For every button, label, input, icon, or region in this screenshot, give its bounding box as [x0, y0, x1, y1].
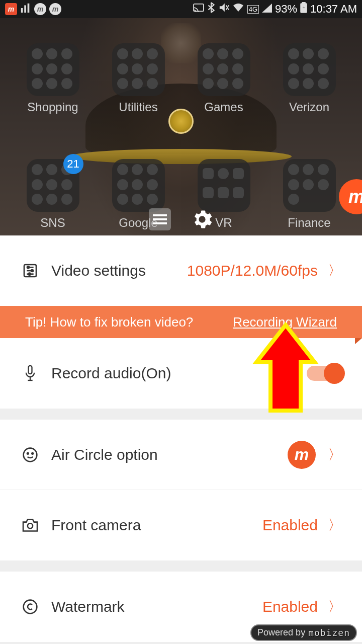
folder-sns[interactable]: 21 SNS [20, 159, 85, 230]
video-settings-row[interactable]: Video settings 1080P/12.0M/60fps 〉 [0, 235, 362, 306]
svg-point-24 [28, 523, 33, 528]
tip-banner[interactable]: Tip! How to fix broken video? Recording … [0, 306, 362, 338]
powered-by-badge: Powered by mobizen [250, 624, 357, 641]
tip-text: Tip! How to fix broken video? [25, 314, 193, 330]
sliders-icon [20, 261, 40, 281]
chevron-right-icon: 〉 [328, 261, 342, 280]
mobizen-notif-icon: m [5, 3, 17, 15]
folder-label: Shopping [20, 100, 85, 114]
banner-corner-decoration [355, 338, 362, 344]
folder-label: SNS [20, 216, 85, 230]
folder-icon [283, 159, 336, 212]
network-type-icon: 4G [247, 5, 259, 14]
svg-point-25 [24, 600, 37, 614]
svg-rect-0 [21, 8, 23, 13]
folder-finance[interactable]: Finance [277, 159, 342, 230]
copyright-icon [20, 597, 40, 617]
folder-utilities[interactable]: Utilities [106, 43, 171, 114]
toggle-knob [324, 363, 345, 384]
chevron-right-icon: 〉 [328, 445, 342, 464]
gear-icon[interactable] [191, 208, 213, 230]
record-audio-label: Record audio(On) [51, 365, 307, 382]
folder-label: Utilities [106, 100, 171, 114]
wifi-icon [232, 3, 244, 16]
folder-icon [198, 159, 250, 212]
folder-icon [283, 43, 336, 96]
svg-rect-7 [302, 2, 305, 4]
svg-point-15 [31, 270, 33, 272]
air-circle-row[interactable]: Air Circle option m 〉 [0, 420, 362, 490]
chevron-right-icon: 〉 [328, 516, 342, 535]
svg-rect-1 [24, 5, 26, 13]
air-circle-label: Air Circle option [51, 446, 288, 463]
svg-point-21 [24, 448, 37, 461]
folder-icon: 21 [27, 159, 79, 212]
app-notif-icon-1: m [34, 3, 46, 15]
cast-icon [193, 3, 204, 16]
status-left: m m m [5, 3, 61, 16]
battery-percent: 93% [275, 3, 297, 16]
svg-rect-2 [28, 3, 30, 12]
stats-icon [20, 3, 31, 16]
folder-icon [112, 159, 165, 212]
battery-icon [300, 2, 307, 16]
microphone-icon [20, 363, 40, 383]
video-settings-label: Video settings [51, 262, 187, 279]
status-right: 4G 93% 10:37 AM [193, 2, 357, 16]
notification-badge: 21 [63, 154, 83, 174]
camera-icon [20, 515, 40, 535]
app-notif-icon-2: m [49, 3, 61, 15]
watermark-value: Enabled [262, 598, 318, 615]
video-settings-value: 1080P/12.0M/60fps [187, 262, 318, 279]
recording-wizard-link[interactable]: Recording Wizard [233, 314, 337, 330]
bluetooth-icon [207, 2, 215, 16]
front-camera-value: Enabled [262, 517, 318, 534]
folder-label: Games [191, 100, 256, 114]
svg-rect-10 [153, 222, 167, 224]
svg-point-13 [27, 266, 29, 268]
folder-verizon[interactable]: Verizon [277, 43, 342, 114]
settings-panel: Video settings 1080P/12.0M/60fps 〉 Tip! … [0, 235, 362, 642]
svg-point-17 [29, 273, 31, 275]
section-gap [0, 560, 362, 572]
folder-label: Finance [277, 216, 342, 230]
status-bar: m m m 4G 93% 10:37 AM [0, 0, 362, 18]
svg-rect-18 [29, 366, 32, 374]
watermark-label: Watermark [51, 598, 262, 615]
smiley-icon [20, 445, 40, 465]
svg-rect-9 [153, 218, 167, 220]
folder-shopping[interactable]: Shopping [20, 43, 85, 114]
menu-icon[interactable] [149, 208, 171, 230]
overlay-controls [149, 208, 213, 230]
folder-icon [27, 43, 79, 96]
svg-point-22 [27, 453, 29, 454]
folder-label: Verizon [277, 100, 342, 114]
folder-icon [112, 43, 165, 96]
record-audio-toggle[interactable] [307, 366, 342, 381]
front-camera-row[interactable]: Front camera Enabled 〉 [0, 490, 362, 560]
folder-icon [198, 43, 250, 96]
mobizen-logo-icon: m [288, 441, 316, 469]
chevron-right-icon: 〉 [328, 597, 342, 616]
powered-text: Powered by [257, 627, 305, 638]
mute-icon [218, 3, 229, 16]
front-camera-label: Front camera [51, 517, 262, 534]
svg-rect-8 [153, 214, 167, 216]
home-screen: Shopping Utilities Games Veri [0, 18, 362, 235]
signal-icon [262, 3, 272, 16]
svg-point-23 [32, 453, 33, 454]
folder-games[interactable]: Games [191, 43, 256, 114]
record-audio-row[interactable]: Record audio(On) [0, 338, 362, 409]
section-gap [0, 409, 362, 420]
powered-brand: mobizen [308, 627, 350, 638]
clock-time: 10:37 AM [310, 3, 357, 16]
folder-row-1: Shopping Utilities Games Veri [0, 43, 362, 114]
